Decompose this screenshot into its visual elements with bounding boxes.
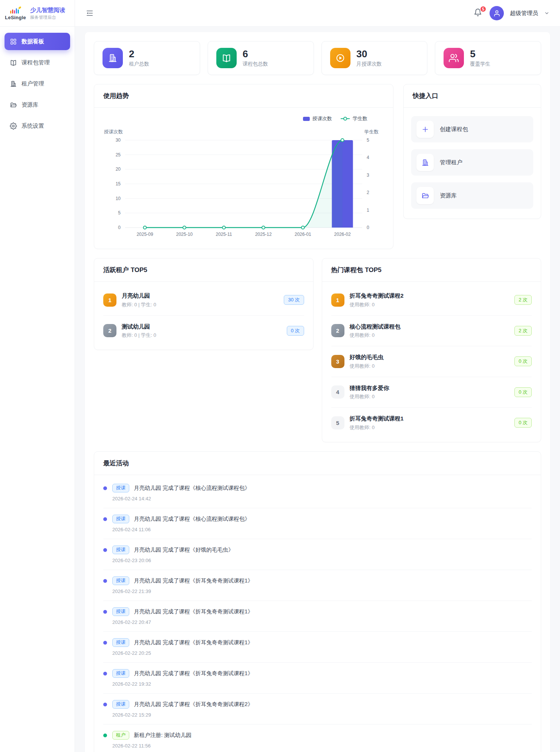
sidebar-item-settings[interactable]: 系统设置 — [5, 117, 70, 135]
activity-time: 2026-02-24 11:06 — [112, 527, 532, 532]
legend-item[interactable]: 授课次数 — [303, 115, 332, 122]
svg-text:1: 1 — [367, 208, 369, 213]
activity-text: 月亮幼儿园 完成了课程《折耳兔奇奇测试课程1》 — [134, 670, 253, 677]
stat-card: 5 覆盖学生 — [435, 41, 541, 75]
sidebar-item-course-packages[interactable]: 课程包管理 — [5, 54, 70, 71]
usage-trend-card: 使用趋势 授课次数学生数 051015202530012345授课次数学生数20… — [94, 84, 393, 249]
topbar: 5 超级管理员 — [75, 0, 560, 27]
svg-text:3: 3 — [367, 173, 369, 178]
stat-value: 30 — [357, 49, 382, 60]
activity-text: 新租户注册: 测试幼儿园 — [134, 732, 191, 739]
gear-icon — [10, 122, 17, 130]
recent-activity-title: 最近活动 — [94, 452, 541, 475]
folder-icon — [10, 101, 17, 109]
sidebar-item-tenants[interactable]: 租户管理 — [5, 75, 70, 92]
activity-time: 2026-02-22 20:47 — [112, 619, 532, 625]
svg-text:20: 20 — [116, 167, 121, 172]
hot-courses-list: 1 折耳兔奇奇测试课程2 使用教师: 0 2 次 2 核心流程测试课程包 使用教… — [322, 282, 541, 442]
quick-entry-resource-library[interactable]: 资源库 — [411, 182, 533, 209]
activity-text: 月亮幼儿园 完成了课程《折耳兔奇奇测试课程2》 — [134, 701, 253, 708]
recent-activity-list: 授课 月亮幼儿园 完成了课程《核心流程测试课程包》 2026-02-24 14:… — [94, 475, 541, 752]
quick-entry-create-course-package[interactable]: 创建课程包 — [411, 116, 533, 142]
book-icon — [10, 59, 17, 66]
count-badge: 0 次 — [514, 356, 532, 366]
top-list-item: 1 折耳兔奇奇测试课程2 使用教师: 0 2 次 — [331, 285, 532, 316]
svg-text:10: 10 — [116, 196, 121, 201]
activity-time: 2026-02-22 11:56 — [112, 743, 532, 749]
activity-tag: 授课 — [112, 576, 129, 585]
chevron-down-icon[interactable] — [544, 11, 549, 16]
folder-icon — [416, 187, 434, 204]
item-name: 猜猜我有多爱你 — [350, 384, 510, 392]
item-sub: 使用教师: 0 — [350, 301, 510, 308]
building-icon — [103, 48, 123, 68]
activity-dot — [103, 703, 107, 706]
brand-subtitle: 服务管理后台 — [30, 15, 65, 20]
activity-dot — [103, 734, 107, 737]
svg-text:0: 0 — [367, 225, 369, 230]
activity-text: 月亮幼儿园 完成了课程《折耳兔奇奇测试课程1》 — [134, 639, 253, 646]
item-sub: 使用教师: 0 — [350, 363, 510, 370]
legend-item[interactable]: 学生数 — [340, 115, 367, 122]
top-list-item: 5 折耳兔奇奇测试课程1 使用教师: 0 0 次 — [331, 408, 532, 438]
item-name: 好饿的毛毛虫 — [350, 353, 510, 361]
main-area: 5 超级管理员 2 租户总数 6 课程包总数 — [75, 0, 560, 752]
building-icon — [10, 80, 17, 87]
dashboard-panel: 2 租户总数 6 课程包总数 30 月授课次数 5 覆盖学生 使用趋势 授课次数… — [85, 32, 550, 752]
item-name: 折耳兔奇奇测试课程2 — [350, 292, 510, 300]
svg-text:2026-01: 2026-01 — [295, 232, 311, 237]
hot-courses-card: 热门课程包 TOP5 1 折耳兔奇奇测试课程2 使用教师: 0 2 次 2 核心… — [322, 258, 542, 442]
rank-badge: 3 — [331, 355, 344, 368]
plus-icon — [416, 121, 434, 138]
item-sub: 教师: 0 | 学生: 0 — [122, 332, 282, 339]
chart-legend: 授课次数学生数 — [103, 115, 384, 122]
sidebar-item-label: 资源库 — [21, 101, 38, 109]
sidebar-collapse-icon[interactable] — [86, 9, 95, 18]
top-list-item: 2 核心流程测试课程包 使用教师: 0 2 次 — [331, 316, 532, 347]
activity-tag: 授课 — [112, 700, 129, 709]
sidebar-item-resources[interactable]: 资源库 — [5, 96, 70, 113]
sidebar-item-label: 租户管理 — [21, 80, 44, 87]
activity-text: 月亮幼儿园 完成了课程《折耳兔奇奇测试课程1》 — [134, 608, 253, 615]
stat-card: 30 月授课次数 — [321, 41, 428, 75]
svg-text:2025-10: 2025-10 — [176, 232, 193, 237]
active-tenants-list: 1 月亮幼儿园 教师: 0 | 学生: 0 30 次 2 测试幼儿园 教师: 0… — [94, 282, 313, 350]
play-icon — [330, 48, 350, 68]
legend-label: 授课次数 — [312, 115, 332, 122]
quick-entry-manage-tenants[interactable]: 管理租户 — [411, 149, 533, 176]
lesingle-logo-icon: LeSingle — [5, 6, 26, 20]
quick-entry-list: 创建课程包 管理租户 资源库 — [404, 108, 541, 219]
item-name: 月亮幼儿园 — [122, 292, 278, 300]
svg-text:2025-09: 2025-09 — [136, 232, 153, 237]
activity-item: 授课 月亮幼儿园 完成了课程《折耳兔奇奇测试课程1》 2026-02-22 20… — [103, 632, 532, 663]
activity-time: 2026-02-22 19:32 — [112, 681, 532, 687]
app-root: LeSingle 少儿智慧阅读 服务管理后台 数据看板 课程包管理 租户管理 资… — [0, 0, 560, 752]
activity-tag: 授课 — [112, 669, 129, 678]
svg-text:2025-11: 2025-11 — [216, 232, 232, 237]
svg-text:学生数: 学生数 — [364, 129, 379, 135]
activity-text: 月亮幼儿园 完成了课程《折耳兔奇奇测试课程1》 — [134, 577, 253, 584]
rank-badge: 2 — [103, 324, 116, 337]
item-sub: 使用教师: 0 — [350, 424, 510, 431]
sidebar-item-dashboard[interactable]: 数据看板 — [5, 33, 70, 50]
rank-badge: 4 — [331, 385, 344, 399]
activity-tag: 授课 — [112, 607, 129, 616]
user-name[interactable]: 超级管理员 — [510, 10, 538, 17]
users-icon — [444, 48, 464, 68]
user-avatar[interactable] — [490, 6, 504, 20]
stat-label: 月授课次数 — [357, 61, 382, 67]
item-sub: 教师: 0 | 学生: 0 — [122, 301, 278, 308]
sidebar-nav: 数据看板 课程包管理 租户管理 资源库 系统设置 — [0, 27, 75, 141]
svg-text:5: 5 — [118, 210, 121, 216]
activity-tag: 租户 — [112, 731, 129, 740]
sidebar-item-label: 课程包管理 — [21, 59, 50, 66]
notification-bell-icon[interactable]: 5 — [474, 8, 483, 18]
activity-tag: 授课 — [112, 515, 129, 523]
activity-tag: 授课 — [112, 484, 129, 492]
recent-activity-card: 最近活动 授课 月亮幼儿园 完成了课程《核心流程测试课程包》 2026-02-2… — [94, 451, 541, 752]
rank-badge: 5 — [331, 416, 344, 429]
activity-dot — [103, 641, 107, 645]
top-list-item: 3 好饿的毛毛虫 使用教师: 0 0 次 — [331, 346, 532, 377]
count-badge: 2 次 — [514, 326, 532, 336]
sidebar-item-label: 系统设置 — [21, 122, 44, 130]
